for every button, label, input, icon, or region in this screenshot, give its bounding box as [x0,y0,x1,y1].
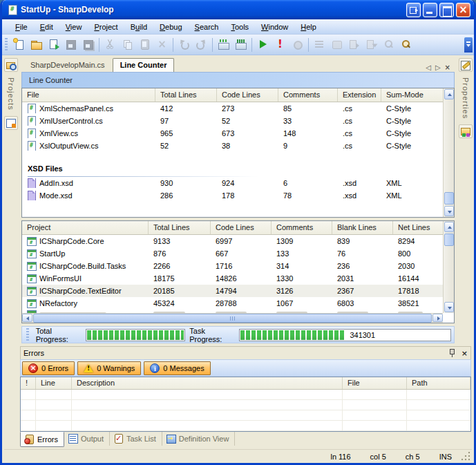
menu-item-build[interactable]: Build [124,21,153,33]
properties-rail-label[interactable]: Properties [461,77,470,119]
scroll-thumb[interactable] [444,192,454,205]
document-tab-strip: SharpDevelopMain.csLine Counter ◁ ▷ × [21,57,455,72]
pin-icon[interactable] [448,348,456,358]
column-header-code-lines[interactable]: Code Lines [211,221,272,234]
errors-close-icon[interactable]: × [461,350,468,357]
menu-item-view[interactable]: View [59,21,88,33]
column-header-total-lines[interactable]: Total Lines [149,221,211,234]
table-row[interactable]: XmlView.cs965673148.csC-Style [22,127,443,140]
tab-errors[interactable]: Errors [20,432,64,447]
menu-item-file[interactable]: File [9,21,34,33]
project-name: ICSharpCode.TextEditor [39,287,122,295]
resize-grip[interactable] [461,452,471,462]
column-header-comments[interactable]: Comments [272,221,332,234]
column-header-comments[interactable]: Comments [278,88,338,102]
open-button[interactable] [28,37,45,53]
column-header-project[interactable]: Project [22,221,149,234]
scroll-right-button[interactable] [432,314,443,322]
menu-item-debug[interactable]: Debug [153,21,188,33]
table-row[interactable]: AddIn.xsd9309246.xsdXML [22,177,443,189]
toolbar-overflow-icon[interactable] [464,37,473,53]
tab-definition-view[interactable]: Definition View [162,432,236,446]
column-header-blank-lines[interactable]: Blank Lines [332,221,393,234]
close-button[interactable] [456,3,470,17]
button-label: 0 Warnings [97,364,135,372]
table-row[interactable]: ICSharpCode.Core9133699713098398294 [22,235,443,247]
tab-line-counter[interactable]: Line Counter [113,58,175,72]
run-button[interactable] [254,37,272,53]
column-header--[interactable]: ! [21,377,36,389]
tab-task-list[interactable]: Task List [110,432,162,446]
scroll-down-button[interactable] [444,302,454,312]
toolbox-icon[interactable] [459,124,473,138]
lines-button [311,37,328,53]
status-bar: ln 116 col 5 ch 5 INS [4,449,472,463]
maximize-button[interactable] [439,3,454,17]
table-row[interactable]: ICSharpCode.TextEditor201851479431262367… [22,285,443,297]
properties-icon[interactable] [459,58,473,72]
xsd-file-icon [27,191,37,200]
menu-item-window[interactable]: Window [255,21,294,33]
open-file-button[interactable] [45,37,62,53]
column-header-extension[interactable]: Extension [338,88,381,102]
errors-tab-icon [24,434,35,444]
new-file-button[interactable] [10,37,28,53]
scroll-down-button[interactable] [444,206,454,216]
build-button[interactable] [215,37,232,53]
column-header-path[interactable]: Path [407,377,470,389]
cut-button [102,37,119,53]
table-row[interactable]: XslOutputView.cs52389.csC-Style [22,140,443,152]
table-row[interactable]: ICSharpCode.Build.Tasks22661716314236203… [22,260,443,272]
menu-item-tools[interactable]: Tools [225,21,255,33]
table-row[interactable]: StartUp87666713376800 [22,247,443,260]
cell: 6997 [211,237,272,245]
tab-scroll-left-icon[interactable]: ◁ [426,64,431,72]
column-header-file[interactable]: File [22,88,155,102]
build-all-button[interactable] [232,37,249,53]
projects-rail-label[interactable]: Projects [7,77,15,111]
column-header-total-lines[interactable]: Total Lines [155,88,217,102]
progress-bar-grip[interactable] [26,328,29,342]
projects-icon[interactable] [4,58,18,72]
table-row[interactable]: NRefactory45324287881067680338521 [22,297,443,310]
column-header-description[interactable]: Description [72,377,343,389]
table-row[interactable]: WinFormsUI18175148261330203116144 [22,272,443,285]
0-errors-button[interactable]: 0 Errors [22,361,75,375]
menu-item-project[interactable]: Project [88,21,124,33]
table-row[interactable]: XmlSchemasPanel.cs41227385.csC-Style [22,102,443,115]
column-header-line[interactable]: Line [36,377,72,389]
column-header-file[interactable]: File [343,377,407,389]
find-button[interactable] [397,37,415,53]
classes-icon[interactable] [4,116,18,130]
menu-item-edit[interactable]: Edit [34,21,59,33]
tab-scroll-right-icon[interactable]: ▷ [435,64,441,72]
scroll-up-button[interactable] [444,89,454,99]
table-row[interactable]: XmlUserControl.cs975233.csC-Style [22,115,443,127]
files-table-scrollbar[interactable] [443,88,454,217]
scroll-thumb[interactable] [33,314,432,323]
project-name: ICSharpCode.Build.Tasks [39,262,126,270]
abort-button[interactable] [272,37,289,53]
column-header-code-lines[interactable]: Code Lines [217,88,278,102]
scroll-left-button[interactable] [22,314,32,322]
column-header-net-lines[interactable]: Net Lines [393,221,443,234]
toolbar-grip[interactable] [5,38,8,52]
menu-item-search[interactable]: Search [189,21,225,33]
tab-close-icon[interactable]: × [445,64,450,72]
scroll-up-button[interactable] [444,222,454,232]
tab-sharpdevelopmain-cs[interactable]: SharpDevelopMain.cs [23,58,113,72]
0-warnings-button[interactable]: 0 Warnings [77,361,141,375]
menu-item-help[interactable]: Help [294,21,323,33]
column-header-sum-mode[interactable]: Sum-Mode [381,88,443,102]
horizontal-scrollbar[interactable] [22,313,443,323]
tab-output[interactable]: Output [64,432,110,446]
table-row[interactable]: Mode.xsd28617878.xsdXML [22,189,443,202]
projects-table-scrollbar[interactable] [443,221,454,313]
cell: 8294 [393,237,443,245]
cell: XmlUserControl.cs [22,116,155,126]
window-switch-button[interactable] [406,3,421,17]
project-file-icon [27,274,37,283]
scroll-thumb[interactable] [444,234,454,246]
0-messages-button[interactable]: 0 Messages [144,361,210,375]
minimize-button[interactable] [423,3,437,17]
